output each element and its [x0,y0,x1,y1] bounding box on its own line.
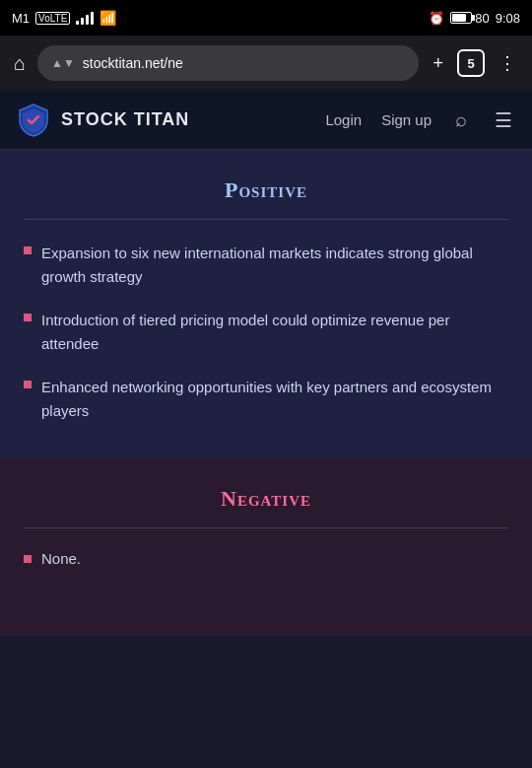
positive-bullet-text-2: Introduction of tiered pricing model cou… [41,309,508,356]
tab-count-button[interactable]: 5 [457,49,485,77]
status-left: M1 VoLTE 📶 [12,10,116,26]
status-right: ⏰ 80 9:08 [429,11,520,26]
logo-text: STOCK TITAN [61,109,189,130]
signal-bars [76,11,94,25]
menu-button[interactable]: ☰ [491,105,516,136]
home-button[interactable]: ⌂ [10,48,30,79]
bar-2 [81,18,84,25]
negative-none-text: None. [41,550,81,567]
negative-divider [24,527,508,528]
url-bar[interactable]: ▲▼ stocktitan.net/ne [37,45,419,81]
login-link[interactable]: Login [325,111,362,128]
url-text: stocktitan.net/ne [83,55,406,71]
status-bar: M1 VoLTE 📶 ⏰ 80 9:08 [0,0,532,35]
bar-4 [91,12,94,25]
logo-container: STOCK TITAN [16,103,325,138]
battery-percent: 80 [475,11,489,26]
time-display: 9:08 [496,11,520,26]
negative-none-container: None. [24,550,508,567]
bar-3 [86,15,89,25]
alarm-icon: ⏰ [429,11,444,26]
positive-bullet-1: Expansion to six new international marke… [24,242,508,289]
signup-link[interactable]: Sign up [381,111,432,128]
positive-bullet-text-1: Expansion to six new international marke… [41,242,508,289]
logo-icon [16,103,51,138]
volte-badge: VoLTE [35,12,70,25]
browser-chrome: ⌂ ▲▼ stocktitan.net/ne + 5 ⋮ [0,35,532,91]
none-bullet-icon [24,555,32,563]
positive-divider [24,219,508,220]
lock-icon: ▲▼ [51,56,75,70]
positive-bullet-2: Introduction of tiered pricing model cou… [24,309,508,356]
negative-section: Negative None. [0,458,532,636]
positive-section: Positive Expansion to six new internatio… [0,150,532,458]
bullet-icon-3 [24,381,32,388]
positive-bullets: Expansion to six new international marke… [24,242,508,423]
wifi-icon: 📶 [100,10,116,26]
search-button[interactable]: ⌕ [451,105,471,135]
positive-bullet-3: Enhanced networking opportunities with k… [24,376,508,423]
browser-menu-button[interactable]: ⋮ [493,48,522,78]
negative-title: Negative [24,486,508,512]
nav-links: Login Sign up ⌕ ☰ [325,105,516,136]
new-tab-button[interactable]: + [427,49,449,78]
nav-bar: STOCK TITAN Login Sign up ⌕ ☰ [0,91,532,150]
positive-title: Positive [24,177,508,203]
bullet-icon-1 [24,246,32,254]
battery-icon [450,12,472,24]
bullet-icon-2 [24,314,32,321]
main-content: Positive Expansion to six new internatio… [0,150,532,636]
battery-indicator: 80 [450,11,489,26]
positive-bullet-text-3: Enhanced networking opportunities with k… [41,376,508,423]
battery-fill [452,14,466,22]
carrier-label: M1 [12,11,30,26]
bar-1 [76,21,79,25]
